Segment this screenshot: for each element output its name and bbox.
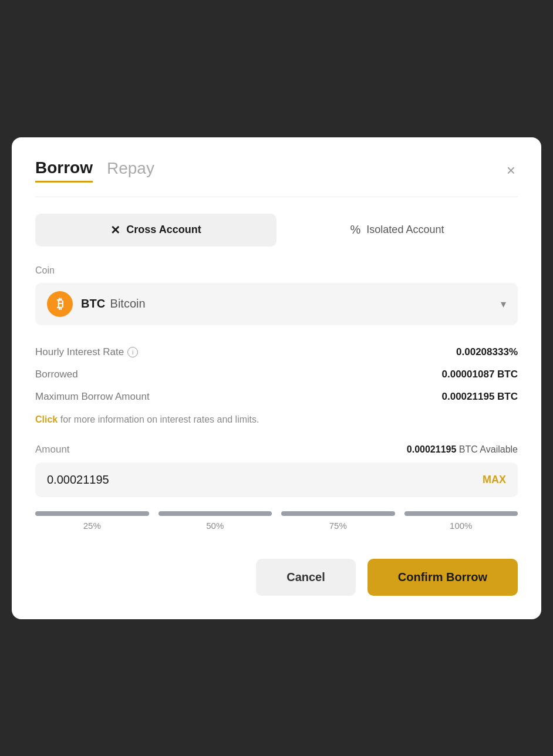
btc-icon: ₿ — [47, 291, 73, 317]
cross-icon: ✕ — [110, 223, 120, 237]
dropdown-arrow-icon: ▾ — [501, 298, 506, 310]
close-button[interactable]: × — [504, 160, 518, 180]
btc-symbol: ₿ — [57, 296, 63, 312]
isolated-icon: % — [350, 223, 361, 237]
click-link[interactable]: Click — [35, 414, 58, 424]
borrowed-value: 0.00001087 BTC — [442, 369, 518, 380]
cancel-button[interactable]: Cancel — [256, 559, 356, 596]
borrowed-row: Borrowed 0.00001087 BTC — [35, 369, 518, 380]
coin-selector[interactable]: ₿ BTC Bitcoin ▾ — [35, 283, 518, 325]
coin-name: Bitcoin — [110, 297, 146, 310]
click-info-text: for more information on interest rates a… — [58, 414, 259, 424]
header-divider — [35, 197, 518, 197]
amount-input-value: 0.00021195 — [47, 473, 109, 487]
pct-50[interactable]: 50% — [159, 511, 272, 531]
amount-label: Amount — [35, 444, 70, 455]
pct-100-label: 100% — [450, 521, 472, 531]
amount-available: 0.00021195 BTC Available — [407, 444, 518, 455]
pct-75-label: 75% — [329, 521, 347, 531]
account-toggle: ✕ Cross Account % Isolated Account — [35, 214, 518, 247]
isolated-account-label: Isolated Account — [366, 224, 444, 236]
pct-50-label: 50% — [206, 521, 224, 531]
coin-label: Coin — [35, 265, 518, 276]
cross-account-label: Cross Account — [126, 224, 201, 236]
hourly-rate-row: Hourly Interest Rate i 0.00208333% — [35, 346, 518, 358]
max-borrow-row: Maximum Borrow Amount 0.00021195 BTC — [35, 391, 518, 403]
percentage-row: 25% 50% 75% 100% — [35, 511, 518, 531]
hourly-rate-label: Hourly Interest Rate i — [35, 346, 138, 358]
click-info: Click for more information on interest r… — [35, 414, 518, 425]
available-value: 0.00021195 — [407, 444, 457, 454]
tab-row: Borrow Repay — [35, 158, 154, 183]
max-button[interactable]: MAX — [483, 474, 506, 486]
max-borrow-label: Maximum Borrow Amount — [35, 391, 150, 403]
borrow-modal: Borrow Repay × ✕ Cross Account % Isolate… — [12, 137, 541, 619]
cross-account-button[interactable]: ✕ Cross Account — [35, 214, 276, 247]
pct-100[interactable]: 100% — [404, 511, 518, 531]
borrowed-label: Borrowed — [35, 369, 78, 380]
pct-50-bar — [159, 511, 272, 516]
confirm-borrow-button[interactable]: Confirm Borrow — [367, 559, 518, 596]
pct-25-label: 25% — [83, 521, 101, 531]
pct-25[interactable]: 25% — [35, 511, 149, 531]
info-icon[interactable]: i — [127, 347, 138, 357]
info-rows: Hourly Interest Rate i 0.00208333% Borro… — [35, 346, 518, 403]
pct-25-bar — [35, 511, 149, 516]
coin-left: ₿ BTC Bitcoin — [47, 291, 146, 317]
max-borrow-value: 0.00021195 BTC — [442, 391, 518, 403]
pct-100-bar — [404, 511, 518, 516]
tab-repay[interactable]: Repay — [107, 159, 154, 181]
coin-symbol: BTC — [81, 297, 105, 310]
button-row: Cancel Confirm Borrow — [35, 559, 518, 596]
pct-75[interactable]: 75% — [281, 511, 395, 531]
amount-input-row[interactable]: 0.00021195 MAX — [35, 463, 518, 497]
modal-header: Borrow Repay × — [35, 158, 518, 183]
isolated-account-button[interactable]: % Isolated Account — [276, 214, 518, 247]
hourly-rate-value: 0.00208333% — [456, 346, 518, 358]
pct-75-bar — [281, 511, 395, 516]
amount-header: Amount 0.00021195 BTC Available — [35, 444, 518, 455]
tab-borrow[interactable]: Borrow — [35, 158, 93, 183]
available-unit: BTC Available — [459, 444, 518, 454]
